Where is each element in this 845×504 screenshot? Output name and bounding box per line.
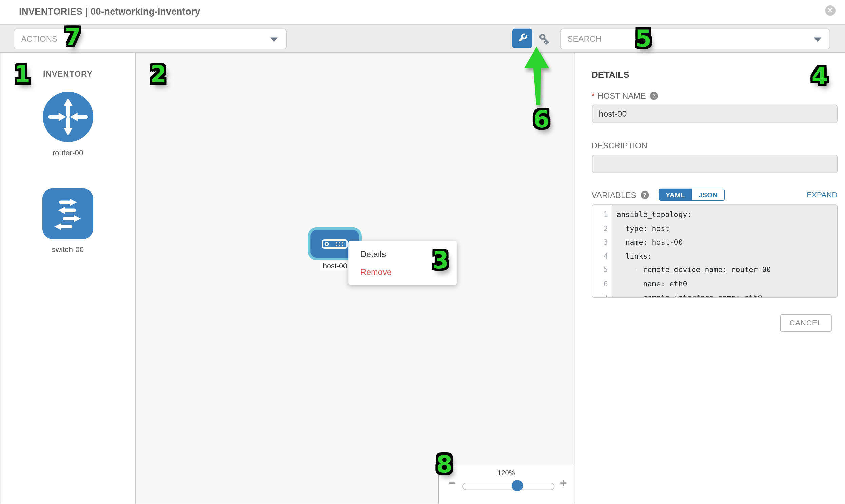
zoom-level-readout: 120% (439, 469, 574, 476)
code-line: name: eth0 (616, 277, 837, 291)
line-number: 1 (592, 208, 612, 222)
description-input[interactable] (592, 155, 838, 173)
help-icon[interactable]: ? (650, 91, 658, 100)
router-icon (43, 91, 93, 142)
toolbar: ACTIONS SEARCH (0, 25, 845, 53)
host-node-label: host-00 (320, 261, 350, 270)
zoom-out-button[interactable]: − (448, 476, 455, 490)
line-number: 3 (592, 235, 612, 249)
search-dropdown[interactable]: SEARCH (560, 29, 830, 49)
variables-editor[interactable]: 1 2 3 4 5 6 7 ansible_topology: type: ho… (592, 204, 838, 298)
context-menu-remove[interactable]: Remove (348, 263, 457, 281)
code-line: remote_interface_name: eth0 (616, 291, 837, 298)
sidebar-item-label: router-00 (1, 148, 135, 157)
host-icon (322, 239, 348, 249)
code-line: links: (616, 249, 837, 263)
tools-button[interactable] (512, 29, 532, 48)
topology-canvas[interactable]: host-00 Details Remove 120% − + (136, 53, 575, 504)
code-line: - remote_device_name: router-00 (616, 263, 837, 277)
code-line: ansible_topology: (616, 208, 837, 222)
chevron-down-icon (814, 37, 821, 42)
sidebar-item-label: switch-00 (1, 245, 135, 254)
context-menu-details[interactable]: Details (348, 245, 457, 263)
code-line: name: host-00 (616, 235, 837, 249)
zoom-slider-track[interactable] (462, 483, 554, 490)
details-title: DETAILS (592, 70, 838, 80)
code-line: type: host (616, 222, 837, 236)
zoom-slider-thumb[interactable] (511, 480, 523, 492)
expand-link[interactable]: EXPAND (807, 191, 837, 199)
json-toggle-button[interactable]: JSON (692, 189, 725, 201)
key-button[interactable] (538, 32, 552, 46)
line-number: 4 (592, 249, 612, 263)
inventory-topology-app: INVENTORIES | 00-networking-inventory ✕ … (0, 0, 845, 504)
zoom-control: 120% − + (438, 464, 574, 504)
switch-icon (42, 188, 93, 239)
sidebar-item-switch[interactable]: switch-00 (1, 188, 135, 254)
actions-dropdown-label: ACTIONS (21, 34, 57, 43)
close-icon[interactable]: ✕ (825, 5, 835, 16)
inventory-sidebar: INVENTORY (0, 53, 136, 504)
details-panel: DETAILS * HOST NAME ? DESCRIPTION VARIAB… (575, 53, 845, 504)
line-number: 6 (592, 277, 612, 291)
host-name-input[interactable] (592, 105, 838, 123)
description-label: DESCRIPTION (592, 141, 647, 150)
required-asterisk: * (592, 91, 595, 100)
variables-format-toggle: YAML JSON (658, 189, 725, 201)
page-title: INVENTORIES | 00-networking-inventory (19, 6, 200, 17)
zoom-in-button[interactable]: + (560, 476, 567, 490)
sidebar-heading: INVENTORY (1, 69, 135, 78)
yaml-toggle-button[interactable]: YAML (658, 189, 692, 201)
help-icon[interactable]: ? (640, 191, 649, 199)
key-icon (538, 32, 552, 46)
wrench-icon (516, 33, 528, 44)
variables-row: VARIABLES ? YAML JSON EXPAND (592, 189, 838, 201)
search-dropdown-label: SEARCH (568, 34, 601, 43)
main-area: INVENTORY (0, 53, 845, 504)
cancel-row: CANCEL (592, 314, 838, 332)
chevron-down-icon (270, 37, 278, 42)
line-number: 7 (592, 291, 612, 298)
sidebar-item-router[interactable]: router-00 (1, 91, 135, 157)
line-number: 5 (592, 263, 612, 277)
actions-dropdown[interactable]: ACTIONS (14, 29, 286, 49)
line-number: 2 (592, 222, 612, 236)
cancel-button[interactable]: CANCEL (780, 314, 831, 332)
host-name-label-row: * HOST NAME ? (592, 91, 838, 100)
description-label-row: DESCRIPTION (592, 141, 838, 150)
variables-label: VARIABLES (592, 190, 636, 199)
header-bar: INVENTORIES | 00-networking-inventory ✕ (0, 0, 845, 25)
editor-code-area[interactable]: ansible_topology: type: host name: host-… (612, 205, 837, 297)
context-menu: Details Remove (348, 241, 457, 285)
editor-line-numbers: 1 2 3 4 5 6 7 (592, 205, 612, 297)
host-name-label: HOST NAME (597, 91, 646, 100)
